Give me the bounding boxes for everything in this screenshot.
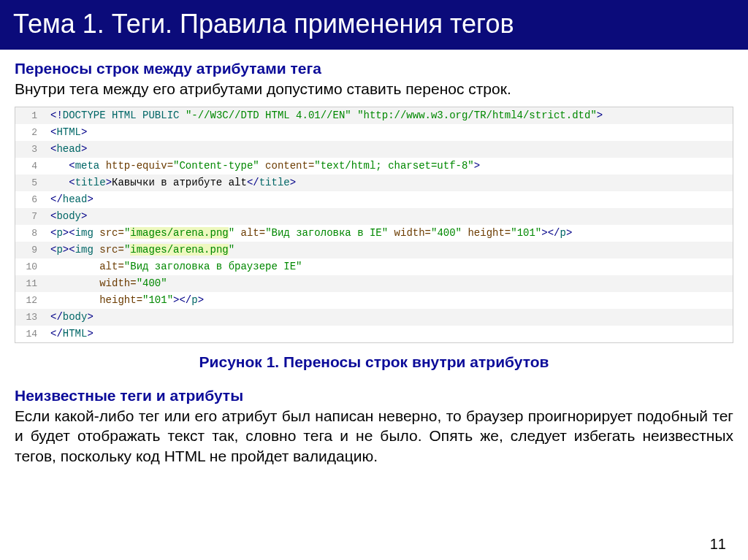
- code-line: 1 <!DOCTYPE HTML PUBLIC "-//W3C//DTD HTM…: [15, 107, 733, 124]
- line-number: 7: [15, 211, 50, 222]
- code-line: 4 <meta http-equiv="Content-type" conten…: [15, 158, 733, 174]
- line-number: 13: [15, 312, 50, 323]
- slide-content: Переносы строк между атрибутами тега Вну…: [0, 50, 748, 467]
- page-number: 11: [710, 536, 726, 553]
- line-number: 12: [15, 295, 50, 306]
- line-number: 2: [15, 127, 50, 138]
- code-line: 12 height="101"></p>: [15, 292, 733, 309]
- section2-body: Если какой-либо тег или его атрибут был …: [15, 406, 733, 467]
- code-line: 5 <title>Кавычки в атрибуте alt</title>: [15, 174, 733, 191]
- section1-heading: Переносы строк между атрибутами тега: [15, 60, 733, 77]
- code-line: 14 </HTML>: [15, 326, 733, 342]
- code-line: 13 </body>: [15, 309, 733, 326]
- line-number: 10: [15, 261, 50, 272]
- line-number: 8: [15, 228, 50, 239]
- line-number: 6: [15, 194, 50, 205]
- code-line: 9 <p><img src="images/arena.png": [15, 242, 733, 258]
- section1-body: Внутри тега между его атрибутами допусти…: [15, 79, 733, 99]
- slide-title: Тема 1. Теги. Правила применения тегов: [0, 0, 748, 50]
- code-line: 2 <HTML>: [15, 124, 733, 141]
- section2-heading: Неизвестные теги и атрибуты: [15, 387, 733, 404]
- code-line: 8 <p><img src="images/arena.png" alt="Ви…: [15, 225, 733, 242]
- code-example: 1 <!DOCTYPE HTML PUBLIC "-//W3C//DTD HTM…: [15, 107, 733, 343]
- line-number: 3: [15, 144, 50, 155]
- code-line: 3 <head>: [15, 141, 733, 158]
- line-number: 9: [15, 245, 50, 256]
- line-number: 11: [15, 278, 50, 289]
- code-line: 10 alt="Вид заголовка в браузере IE": [15, 258, 733, 275]
- line-number: 1: [15, 110, 50, 121]
- code-line: 11 width="400": [15, 275, 733, 292]
- line-number: 4: [15, 161, 50, 172]
- line-number: 14: [15, 329, 50, 340]
- figure-caption: Рисунок 1. Переносы строк внутри атрибут…: [15, 353, 733, 371]
- code-line: 6 </head>: [15, 191, 733, 208]
- line-number: 5: [15, 177, 50, 188]
- code-line: 7 <body>: [15, 208, 733, 225]
